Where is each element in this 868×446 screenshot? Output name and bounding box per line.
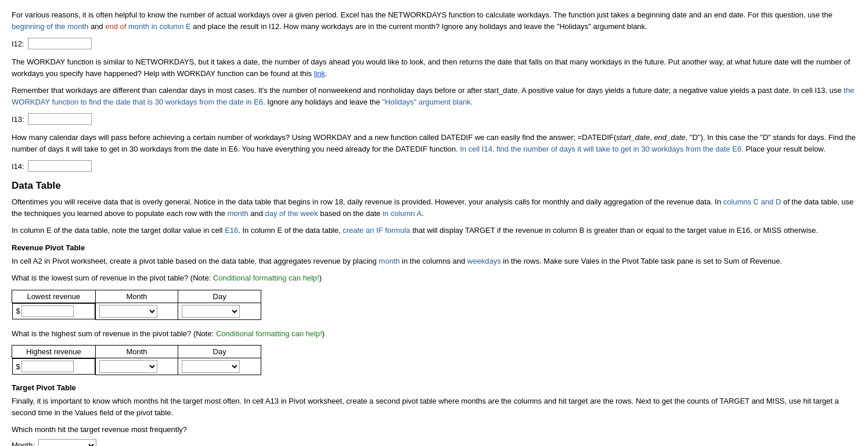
datedif-paragraph: How many calendar days will pass before …	[12, 132, 856, 154]
highest-day-select[interactable]: MondayTuesdayWednesdayThursdayFridaySatu…	[182, 360, 240, 373]
highest-col-month: Month	[95, 346, 178, 358]
highest-revenue-cell: $	[12, 358, 95, 375]
highest-revenue-row: $ JanuaryFebruaryMarchAprilMayJuneJulyAu…	[12, 358, 261, 375]
lowest-month-cell[interactable]: JanuaryFebruaryMarchAprilMayJuneJulyAugu…	[95, 303, 178, 319]
month-select[interactable]: JanuaryFebruaryMarchAprilMayJuneJulyAugu…	[38, 439, 96, 447]
i13-label: I13:	[12, 115, 24, 124]
lowest-day-cell[interactable]: MondayTuesdayWednesdayThursdayFridaySatu…	[178, 303, 261, 319]
workday-link[interactable]: link	[314, 69, 326, 78]
highest-col-revenue: Highest revenue	[12, 346, 96, 358]
intro-paragraph: For various reasons, it is often helpful…	[12, 9, 856, 32]
i14-input[interactable]	[28, 160, 92, 172]
workday-paragraph: The WORKDAY function is similar to NETWO…	[12, 56, 856, 79]
highest-month-select[interactable]: JanuaryFebruaryMarchAprilMayJuneJulyAugu…	[99, 360, 157, 373]
data-table-para2: In column E of the data table, note the …	[12, 225, 856, 236]
lowest-dollar-sign: $	[16, 307, 20, 315]
target-pivot-heading: Target Pivot Table	[12, 383, 856, 392]
i13-input[interactable]	[28, 113, 92, 125]
lowest-question: What is the lowest sum of revenue in the…	[12, 272, 856, 284]
highest-question: What is the highest sum of revenue in th…	[12, 328, 856, 340]
data-table-heading: Data Table	[12, 180, 856, 192]
lowest-revenue-table: Lowest revenue Month Day $ JanuaryFebrua…	[12, 290, 261, 320]
i12-label: I12:	[12, 39, 24, 48]
lowest-col-revenue: Lowest revenue	[12, 290, 96, 303]
lowest-col-month: Month	[95, 290, 178, 303]
lowest-day-select[interactable]: MondayTuesdayWednesdayThursdayFridaySatu…	[182, 305, 240, 318]
month-label: Month:	[12, 441, 35, 446]
revenue-pivot-para: In cell A2 in Pivot worksheet, create a …	[12, 256, 856, 267]
remember-paragraph: Remember that workdays are different tha…	[12, 85, 856, 107]
data-table-para1: Oftentimes you will receive data that is…	[12, 196, 856, 219]
month-row: Month: JanuaryFebruaryMarchAprilMayJuneJ…	[12, 439, 856, 447]
highest-revenue-table: Highest revenue Month Day $ JanuaryFebru…	[12, 345, 261, 375]
revenue-pivot-heading: Revenue Pivot Table	[12, 243, 856, 252]
lowest-revenue-cell: $	[12, 303, 95, 319]
lowest-month-select[interactable]: JanuaryFebruaryMarchAprilMayJuneJulyAugu…	[99, 305, 157, 318]
i14-label: I14:	[12, 162, 24, 171]
lowest-table-section: Lowest revenue Month Day $ JanuaryFebrua…	[12, 290, 856, 320]
highest-month-cell[interactable]: JanuaryFebruaryMarchAprilMayJuneJulyAugu…	[95, 358, 178, 375]
lowest-revenue-row: $ JanuaryFebruaryMarchAprilMayJuneJulyAu…	[12, 303, 261, 319]
i12-input[interactable]	[28, 38, 92, 49]
target-question: Which month hit the target revenue most …	[12, 424, 856, 436]
lowest-col-day: Day	[178, 290, 261, 303]
highest-revenue-input[interactable]	[21, 361, 74, 372]
target-pivot-para: Finally, it is important to know which m…	[12, 395, 856, 418]
highest-day-cell[interactable]: MondayTuesdayWednesdayThursdayFridaySatu…	[178, 358, 261, 375]
i14-row: I14:	[12, 160, 856, 172]
i12-row: I12:	[12, 38, 856, 49]
i13-row: I13:	[12, 113, 856, 125]
highest-dollar-sign: $	[16, 362, 20, 371]
highest-table-section: Highest revenue Month Day $ JanuaryFebru…	[12, 345, 856, 375]
highest-col-day: Day	[178, 346, 261, 358]
lowest-revenue-input[interactable]	[21, 305, 74, 317]
